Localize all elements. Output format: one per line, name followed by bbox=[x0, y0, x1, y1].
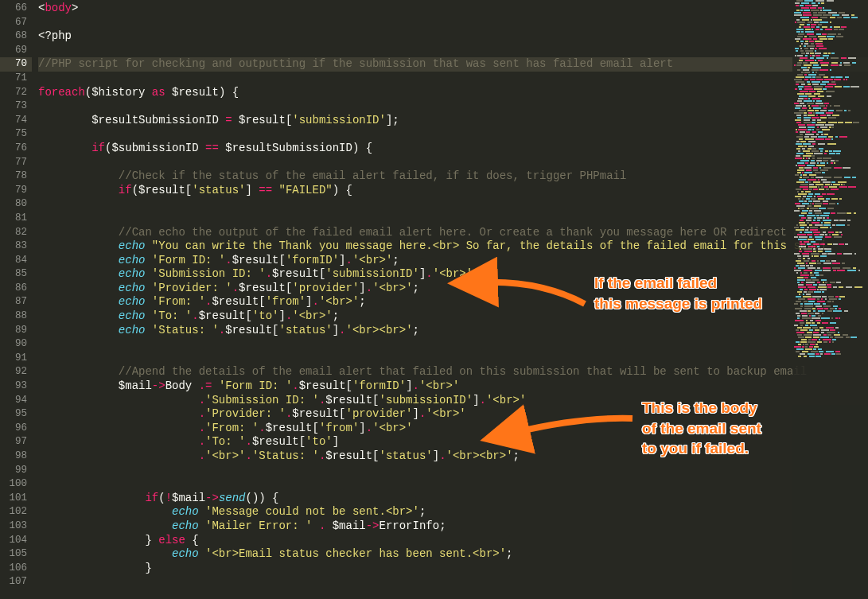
code-line: //Apend the details of the email alert t… bbox=[38, 365, 868, 379]
code-line: if($result['status'] == "FAILED") { bbox=[38, 184, 868, 198]
code-line: echo '<br>Email status checker has been … bbox=[38, 547, 868, 562]
code-line bbox=[38, 337, 868, 352]
line-number: 86 bbox=[0, 282, 32, 296]
code-line bbox=[38, 16, 868, 30]
code-line bbox=[38, 197, 868, 212]
line-number: 100 bbox=[0, 477, 32, 492]
line-number: 87 bbox=[0, 295, 32, 309]
code-line bbox=[38, 212, 868, 226]
line-number: 81 bbox=[0, 212, 32, 226]
code-line: if($submissionID == $resultSubmissionID)… bbox=[38, 142, 868, 156]
line-number: 66 bbox=[0, 2, 32, 16]
code-line: .'<br>'.'Status: '.$result['status'].'<b… bbox=[38, 449, 868, 464]
code-line: .'From: '.$result['from'].'<br>' bbox=[38, 422, 868, 436]
line-number: 103 bbox=[0, 519, 32, 534]
code-line bbox=[38, 99, 868, 114]
code-line: } else { bbox=[38, 534, 868, 548]
line-number: 98 bbox=[0, 449, 32, 464]
line-number: 89 bbox=[0, 324, 32, 338]
code-line bbox=[38, 44, 868, 58]
code-line bbox=[38, 477, 868, 492]
line-number: 73 bbox=[0, 99, 32, 114]
line-number: 68 bbox=[0, 29, 32, 44]
code-line: echo 'Submission ID: '.$result['submissi… bbox=[38, 267, 868, 282]
code-line bbox=[38, 464, 868, 478]
code-line: $mail->Body .= 'Form ID: '.$result['form… bbox=[38, 379, 868, 394]
line-number: 91 bbox=[0, 352, 32, 366]
line-number: 90 bbox=[0, 337, 32, 352]
line-number: 78 bbox=[0, 169, 32, 184]
code-line bbox=[38, 127, 868, 142]
line-number: 101 bbox=[0, 492, 32, 506]
line-number: 93 bbox=[0, 379, 32, 394]
code-line: //Can echo the output of the failed emai… bbox=[38, 226, 868, 240]
line-number: 95 bbox=[0, 407, 32, 422]
code-pre: <body> <?php //PHP script for checking a… bbox=[32, 0, 868, 589]
line-number: 96 bbox=[0, 422, 32, 436]
line-number: 76 bbox=[0, 142, 32, 156]
editor-minimap[interactable] bbox=[792, 0, 868, 599]
line-number: 74 bbox=[0, 114, 32, 128]
code-line bbox=[38, 575, 868, 589]
line-number: 69 bbox=[0, 44, 32, 58]
line-number: 102 bbox=[0, 505, 32, 519]
line-number: 67 bbox=[0, 16, 32, 30]
code-line: echo 'Form ID: '.$result['formID'].'<br>… bbox=[38, 254, 868, 268]
line-number-gutter[interactable]: 6667686970717273747576777879808182838485… bbox=[0, 0, 32, 599]
code-line: <?php bbox=[38, 29, 868, 44]
code-line: .'Submission ID: '.$result['submissionID… bbox=[38, 394, 868, 408]
code-line bbox=[38, 352, 868, 366]
code-line: $resultSubmissionID = $result['submissio… bbox=[38, 114, 868, 128]
code-line bbox=[38, 72, 868, 86]
code-line bbox=[38, 156, 868, 170]
line-number: 104 bbox=[0, 534, 32, 548]
line-number: 97 bbox=[0, 435, 32, 449]
code-line: echo 'Mailer Error: ' . $mail->ErrorInfo… bbox=[38, 519, 868, 534]
code-line: echo 'Provider: '.$result['provider'].'<… bbox=[38, 282, 868, 296]
code-line: //Check if the status of the email alert… bbox=[38, 169, 868, 184]
code-line: echo "You can write the Thank you messag… bbox=[38, 239, 868, 254]
line-number: 85 bbox=[0, 267, 32, 282]
code-line: echo 'To: '.$result['to'].'<br>'; bbox=[38, 309, 868, 324]
code-line: .'Provider: '.$result['provider'].'<br>' bbox=[38, 407, 868, 422]
code-line: //PHP script for checking and outputting… bbox=[38, 57, 868, 72]
code-line: echo 'Message could not be sent.<br>'; bbox=[38, 505, 868, 519]
code-line: <body> bbox=[38, 2, 868, 16]
line-number: 99 bbox=[0, 464, 32, 478]
line-number: 80 bbox=[0, 197, 32, 212]
code-line: foreach($history as $result) { bbox=[38, 86, 868, 100]
code-line: if(!$mail->send()) { bbox=[38, 492, 868, 506]
code-line: } bbox=[38, 562, 868, 576]
line-number: 106 bbox=[0, 562, 32, 576]
line-number: 84 bbox=[0, 254, 32, 268]
line-number: 107 bbox=[0, 575, 32, 589]
line-number: 88 bbox=[0, 309, 32, 324]
line-number: 94 bbox=[0, 394, 32, 408]
line-number: 82 bbox=[0, 226, 32, 240]
code-line: echo 'Status: '.$result['status'].'<br><… bbox=[38, 324, 868, 338]
line-number: 92 bbox=[0, 365, 32, 379]
code-content-area[interactable]: <body> <?php //PHP script for checking a… bbox=[32, 0, 868, 599]
line-number: 105 bbox=[0, 547, 32, 562]
code-line: .'To: '.$result['to'] bbox=[38, 435, 868, 449]
line-number: 70 bbox=[0, 57, 32, 72]
line-number: 75 bbox=[0, 127, 32, 142]
code-editor-viewport: 6667686970717273747576777879808182838485… bbox=[0, 0, 868, 599]
line-number: 72 bbox=[0, 86, 32, 100]
line-number: 71 bbox=[0, 72, 32, 86]
code-line: echo 'From: '.$result['from'].'<br>'; bbox=[38, 295, 868, 309]
line-number: 77 bbox=[0, 156, 32, 170]
line-number: 83 bbox=[0, 239, 32, 254]
line-number: 79 bbox=[0, 184, 32, 198]
